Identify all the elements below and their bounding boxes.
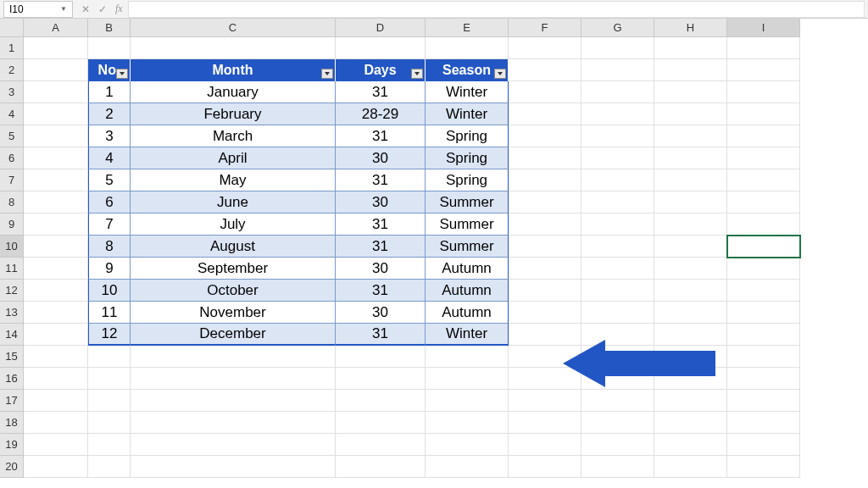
cell-E6[interactable]: Spring	[426, 147, 509, 169]
cell-F19[interactable]	[509, 434, 581, 456]
cell-C12[interactable]: October	[131, 280, 336, 302]
cell-D13[interactable]: 30	[336, 302, 426, 324]
cell-I19[interactable]	[727, 434, 800, 456]
cell-H19[interactable]	[654, 434, 727, 456]
cell-F4[interactable]	[509, 103, 581, 125]
cell-B2[interactable]: No.	[88, 59, 131, 81]
cell-I3[interactable]	[727, 81, 800, 103]
row-header-5[interactable]: 5	[0, 125, 24, 147]
cell-G2[interactable]	[581, 59, 654, 81]
cell-I9[interactable]	[727, 214, 800, 236]
cell-H5[interactable]	[654, 125, 727, 147]
cell-H3[interactable]	[654, 81, 727, 103]
cell-D1[interactable]	[336, 37, 426, 59]
cell-E7[interactable]: Spring	[426, 169, 509, 191]
cell-A18[interactable]	[24, 412, 88, 434]
cell-A5[interactable]	[24, 125, 88, 147]
cell-G7[interactable]	[581, 169, 654, 191]
cell-C13[interactable]: November	[131, 302, 336, 324]
cell-F8[interactable]	[509, 191, 581, 214]
cell-G6[interactable]	[581, 147, 654, 169]
row-header-4[interactable]: 4	[0, 103, 24, 125]
confirm-icon[interactable]: ✓	[98, 3, 107, 15]
cell-G13[interactable]	[581, 302, 654, 324]
cell-F13[interactable]	[509, 302, 581, 324]
cell-E2[interactable]: Season	[426, 59, 509, 81]
cell-E15[interactable]	[426, 346, 509, 368]
cell-F20[interactable]	[509, 456, 581, 478]
cell-F17[interactable]	[509, 390, 581, 412]
cell-E3[interactable]: Winter	[426, 81, 509, 103]
cell-H9[interactable]	[654, 214, 727, 236]
cell-G20[interactable]	[581, 456, 654, 478]
cell-C17[interactable]	[131, 390, 336, 412]
column-header-G[interactable]: G	[581, 19, 654, 37]
cell-E12[interactable]: Autumn	[426, 280, 509, 302]
cell-H1[interactable]	[654, 37, 727, 59]
cell-B9[interactable]: 7	[88, 214, 131, 236]
cell-C18[interactable]	[131, 412, 336, 434]
cell-D10[interactable]: 31	[336, 236, 426, 258]
row-header-14[interactable]: 14	[0, 324, 24, 346]
cell-D9[interactable]: 31	[336, 214, 426, 236]
cell-C14[interactable]: December	[131, 324, 336, 346]
cell-B8[interactable]: 6	[88, 191, 131, 214]
cell-E8[interactable]: Summer	[426, 191, 509, 214]
cell-B5[interactable]: 3	[88, 125, 131, 147]
cell-D20[interactable]	[336, 456, 426, 478]
cell-F1[interactable]	[509, 37, 581, 59]
row-header-15[interactable]: 15	[0, 346, 24, 368]
cell-B13[interactable]: 11	[88, 302, 131, 324]
cell-E20[interactable]	[426, 456, 509, 478]
row-header-8[interactable]: 8	[0, 191, 24, 214]
cell-B1[interactable]	[88, 37, 131, 59]
cell-A7[interactable]	[24, 169, 88, 191]
column-header-D[interactable]: D	[336, 19, 426, 37]
cell-A12[interactable]	[24, 280, 88, 302]
cell-G10[interactable]	[581, 236, 654, 258]
row-header-16[interactable]: 16	[0, 368, 24, 390]
cell-I4[interactable]	[727, 103, 800, 125]
cell-H6[interactable]	[654, 147, 727, 169]
cell-F7[interactable]	[509, 169, 581, 191]
cell-H13[interactable]	[654, 302, 727, 324]
cell-E11[interactable]: Autumn	[426, 258, 509, 280]
cell-C15[interactable]	[131, 346, 336, 368]
cell-D14[interactable]: 31	[336, 324, 426, 346]
cell-C19[interactable]	[131, 434, 336, 456]
cell-H7[interactable]	[654, 169, 727, 191]
cell-E5[interactable]: Spring	[426, 125, 509, 147]
column-header-B[interactable]: B	[88, 19, 131, 37]
cell-D4[interactable]: 28-29	[336, 103, 426, 125]
cell-A10[interactable]	[24, 236, 88, 258]
cell-F6[interactable]	[509, 147, 581, 169]
cell-G3[interactable]	[581, 81, 654, 103]
cell-B3[interactable]: 1	[88, 81, 131, 103]
cell-B15[interactable]	[88, 346, 131, 368]
cell-H10[interactable]	[654, 236, 727, 258]
row-header-19[interactable]: 19	[0, 434, 24, 456]
cell-A2[interactable]	[24, 59, 88, 81]
cell-D11[interactable]: 30	[336, 258, 426, 280]
row-header-10[interactable]: 10	[0, 236, 24, 258]
cell-B16[interactable]	[88, 368, 131, 390]
cell-E16[interactable]	[426, 368, 509, 390]
formula-input[interactable]	[128, 1, 865, 18]
cell-A4[interactable]	[24, 103, 88, 125]
cell-G4[interactable]	[581, 103, 654, 125]
cell-B7[interactable]: 5	[88, 169, 131, 191]
cell-B18[interactable]	[88, 412, 131, 434]
column-header-F[interactable]: F	[509, 19, 581, 37]
cell-I15[interactable]	[727, 346, 800, 368]
cell-G1[interactable]	[581, 37, 654, 59]
cell-F3[interactable]	[509, 81, 581, 103]
cell-A8[interactable]	[24, 191, 88, 214]
cell-B11[interactable]: 9	[88, 258, 131, 280]
cell-G11[interactable]	[581, 258, 654, 280]
filter-icon[interactable]	[494, 69, 506, 79]
cell-C10[interactable]: August	[131, 236, 336, 258]
row-header-20[interactable]: 20	[0, 456, 24, 478]
cell-C4[interactable]: February	[131, 103, 336, 125]
cell-I11[interactable]	[727, 258, 800, 280]
row-header-9[interactable]: 9	[0, 214, 24, 236]
